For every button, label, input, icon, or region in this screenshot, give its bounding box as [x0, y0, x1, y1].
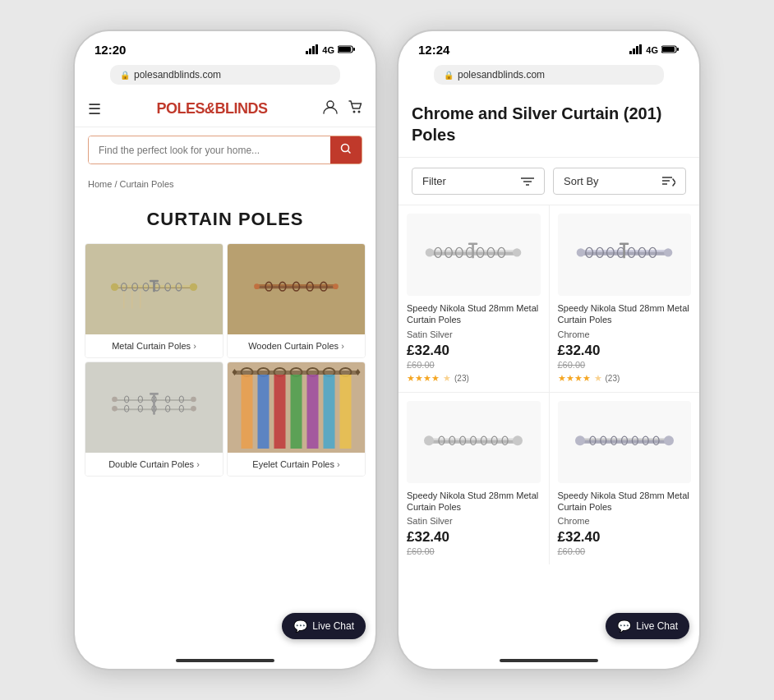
page-title-left: CURTAIN POLES [75, 196, 375, 240]
svg-rect-121 [578, 438, 670, 440]
product-card-4[interactable]: Speedy Nikola Stud 28mm Metal Curtain Po… [550, 393, 700, 565]
svg-rect-94 [472, 244, 475, 258]
svg-rect-5 [339, 47, 351, 52]
url-text-right: polesandblinds.com [458, 69, 545, 81]
account-icon[interactable] [323, 99, 338, 118]
category-label-eyelet: Eyelet Curtain Poles › [228, 453, 365, 476]
svg-rect-110 [428, 438, 519, 440]
product-name-2: Speedy Nikola Stud 28mm Metal Curtain Po… [558, 302, 692, 326]
category-label-metal: Metal Curtain Poles › [85, 334, 223, 357]
svg-point-129 [575, 435, 585, 445]
status-icons-right: 4G [629, 44, 680, 56]
product-card-2[interactable]: Speedy Nikola Stud 28mm Metal Curtain Po… [550, 205, 700, 392]
product-card-1[interactable]: Speedy Nikola Stud 28mm Metal Curtain Po… [399, 205, 549, 392]
network-left: 4G [322, 45, 334, 55]
product-image-1 [407, 214, 541, 296]
category-double[interactable]: Double Curtain Poles › [85, 362, 223, 477]
chat-icon-left: 💬 [293, 619, 307, 633]
filter-label: Filter [422, 175, 446, 187]
svg-rect-71 [633, 48, 635, 54]
url-text-left: polesandblinds.com [134, 69, 221, 81]
category-metal[interactable]: Metal Curtain Poles › [85, 243, 223, 358]
hamburger-icon[interactable]: ☰ [88, 100, 101, 118]
product-original-price-1: £60.00 [407, 360, 541, 370]
product-card-3[interactable]: Speedy Nikola Stud 28mm Metal Curtain Po… [399, 393, 549, 565]
svg-rect-49 [153, 394, 155, 414]
svg-rect-65 [274, 375, 286, 449]
svg-rect-3 [316, 44, 318, 54]
phone-left: 12:20 4G [73, 30, 377, 670]
product-rating-2: ★★★★ ★ (23) [558, 373, 692, 384]
product-variant-1: Satin Silver [407, 329, 541, 339]
category-label-double: Double Curtain Poles › [85, 453, 223, 476]
sort-label: Sort By [564, 175, 599, 187]
search-button[interactable] [330, 136, 362, 163]
svg-rect-0 [306, 51, 308, 54]
product-price-4: £32.40 [558, 529, 692, 546]
home-indicator-right [399, 652, 699, 669]
svg-rect-72 [636, 46, 638, 54]
content-left[interactable]: ☰ POLES&BLINDS [75, 91, 375, 652]
status-bar-left: 12:20 4G [75, 31, 375, 62]
svg-rect-107 [623, 244, 625, 258]
product-name-4: Speedy Nikola Stud 28mm Metal Curtain Po… [558, 490, 692, 513]
svg-point-106 [664, 248, 672, 256]
product-image-3 [407, 401, 541, 483]
live-chat-label-left: Live Chat [312, 620, 354, 632]
svg-rect-50 [150, 393, 159, 395]
category-wooden[interactable]: Wooden Curtain Poles › [227, 243, 366, 358]
live-chat-btn-left[interactable]: 💬 Live Chat [282, 613, 366, 639]
svg-rect-66 [291, 375, 302, 449]
svg-point-93 [513, 248, 521, 256]
svg-point-33 [254, 283, 260, 289]
filter-button[interactable]: Filter [412, 168, 545, 195]
product-price-2: £32.40 [558, 343, 692, 359]
lock-icon-left: 🔒 [120, 71, 130, 80]
svg-point-34 [333, 283, 339, 289]
search-input[interactable] [89, 136, 330, 163]
svg-rect-108 [620, 242, 629, 245]
live-chat-btn-right[interactable]: 💬 Live Chat [606, 613, 689, 639]
phone-right: 12:24 4G [397, 30, 701, 670]
product-image-2 [558, 214, 692, 296]
product-name-1: Speedy Nikola Stud 28mm Metal Curtain Po… [407, 302, 541, 326]
half-star-2: ★ [594, 373, 602, 384]
svg-rect-22 [150, 280, 159, 283]
svg-point-8 [352, 111, 355, 113]
filter-sort-bar: Filter Sort By [399, 158, 699, 205]
lock-icon-right: 🔒 [444, 71, 454, 80]
category-grid: Metal Curtain Poles › [75, 240, 375, 480]
product-rating-1: ★★★★ ★ (23) [407, 373, 541, 384]
svg-point-52 [191, 397, 196, 403]
search-bar [75, 127, 375, 173]
product-original-price-2: £60.00 [558, 360, 692, 370]
signal-right [629, 44, 643, 56]
status-icons-left: 4G [306, 44, 356, 56]
svg-rect-63 [242, 375, 253, 449]
product-variant-3: Satin Silver [407, 516, 541, 526]
svg-point-51 [112, 397, 117, 403]
svg-rect-21 [153, 281, 155, 292]
review-count-1: (23) [454, 374, 469, 383]
svg-rect-73 [639, 44, 642, 54]
svg-rect-2 [312, 46, 315, 54]
svg-rect-6 [353, 48, 355, 51]
cart-icon[interactable] [348, 99, 362, 118]
svg-point-130 [664, 435, 674, 445]
logo-left: POLES&BLINDS [156, 100, 267, 117]
product-image-4 [558, 401, 692, 483]
stars-2: ★★★★ [558, 373, 591, 384]
svg-point-9 [357, 111, 360, 113]
product-name-3: Speedy Nikola Stud 28mm Metal Curtain Po… [407, 490, 541, 513]
category-eyelet[interactable]: Eyelet Curtain Poles › [227, 362, 366, 477]
nav-bar-left: ☰ POLES&BLINDS [75, 91, 375, 127]
svg-point-53 [112, 406, 117, 412]
half-star-1: ★ [443, 373, 451, 384]
battery-right [661, 44, 680, 56]
sort-button[interactable]: Sort By [553, 168, 686, 195]
svg-point-20 [190, 283, 197, 291]
content-right[interactable]: Speedy Nikola Stud 28mm Metal Curtain Po… [399, 205, 699, 652]
svg-point-118 [424, 435, 434, 445]
product-price-3: £32.40 [407, 529, 541, 546]
svg-rect-69 [340, 375, 352, 449]
